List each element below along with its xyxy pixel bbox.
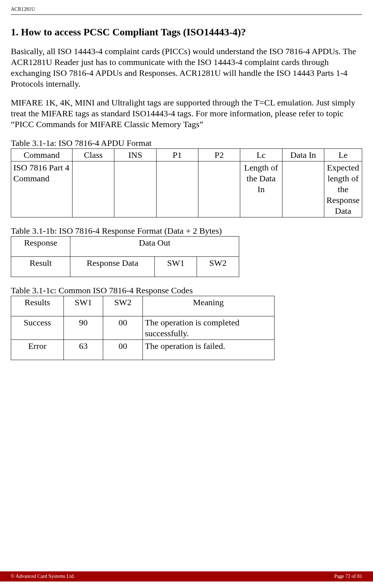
table-cell: The operation is completed successfully. xyxy=(142,316,274,340)
table-header-cell: SW2 xyxy=(103,296,142,316)
table-row: Success 90 00 The operation is completed… xyxy=(11,316,275,340)
table-b: Response Data Out Result Response Data S… xyxy=(11,236,239,277)
table-row: Result Response Data SW1 SW2 xyxy=(11,257,239,277)
table-cell: 00 xyxy=(103,316,142,340)
table-cell xyxy=(114,161,156,217)
table-cell: Length of the Data In xyxy=(240,161,282,217)
table-cell: Expected length of the Response Data xyxy=(324,161,362,217)
table-row: Error 63 00 The operation is failed. xyxy=(11,340,275,360)
table-cell: 90 xyxy=(63,316,103,340)
section-title: 1. How to access PCSC Compliant Tags (IS… xyxy=(11,26,362,38)
table-cell: Data Out xyxy=(70,237,239,257)
table-cell xyxy=(156,161,198,217)
table-header-cell: INS xyxy=(114,149,156,161)
header-divider xyxy=(11,14,362,15)
table-cell: Result xyxy=(11,257,70,277)
table-cell xyxy=(72,161,114,217)
table-header-cell: Command xyxy=(11,149,73,161)
table-header-cell: Class xyxy=(72,149,114,161)
table-cell: Error xyxy=(11,340,64,360)
table-header-cell: Meaning xyxy=(142,296,274,316)
table-row: Response Data Out xyxy=(11,237,239,257)
table-cell: Response Data xyxy=(70,257,155,277)
table-header-cell: Data In xyxy=(282,149,324,161)
table-cell: SW1 xyxy=(155,257,197,277)
table-c: Results SW1 SW2 Meaning Success 90 00 Th… xyxy=(11,296,275,360)
table-header-cell: SW1 xyxy=(63,296,103,316)
footer-page-number: Page 72 of 81 xyxy=(334,574,362,579)
table-cell: Success xyxy=(11,316,64,340)
paragraph-intro-1: Basically, all ISO 14443-4 complaint car… xyxy=(11,46,362,89)
table-a: Command Class INS P1 P2 Lc Data In Le IS… xyxy=(11,148,362,217)
table-c-caption: Table 3.1-1c: Common ISO 7816-4 Response… xyxy=(11,285,362,296)
paragraph-intro-2: MIFARE 1K, 4K, MINI and Ultralight tags … xyxy=(11,97,362,130)
table-cell: Response xyxy=(11,237,70,257)
table-b-caption: Table 3.1-1b: ISO 7816-4 Response Format… xyxy=(11,225,362,236)
table-header-cell: Results xyxy=(11,296,64,316)
footer-copyright: © Advanced Card Systems Ltd. xyxy=(11,574,75,579)
page-footer: © Advanced Card Systems Ltd. Page 72 of … xyxy=(0,571,373,581)
table-cell: SW2 xyxy=(197,257,239,277)
document-header-id: ACR1281U xyxy=(11,7,362,14)
table-cell: 63 xyxy=(63,340,103,360)
table-row: ISO 7816 Part 4 Command Length of the Da… xyxy=(11,161,362,217)
table-cell: The operation is failed. xyxy=(142,340,274,360)
table-cell: 00 xyxy=(103,340,142,360)
page: ACR1281U 1. How to access PCSC Compliant… xyxy=(0,0,373,588)
table-a-caption: Table 3.1-1a: ISO 7816-4 APDU Format xyxy=(11,138,362,148)
table-cell: ISO 7816 Part 4 Command xyxy=(11,161,73,217)
table-cell xyxy=(282,161,324,217)
table-row: Command Class INS P1 P2 Lc Data In Le xyxy=(11,149,362,161)
table-header-cell: Lc xyxy=(240,149,282,161)
table-header-cell: P1 xyxy=(156,149,198,161)
table-row: Results SW1 SW2 Meaning xyxy=(11,296,275,316)
table-header-cell: P2 xyxy=(198,149,240,161)
table-header-cell: Le xyxy=(324,149,362,161)
table-cell xyxy=(198,161,240,217)
